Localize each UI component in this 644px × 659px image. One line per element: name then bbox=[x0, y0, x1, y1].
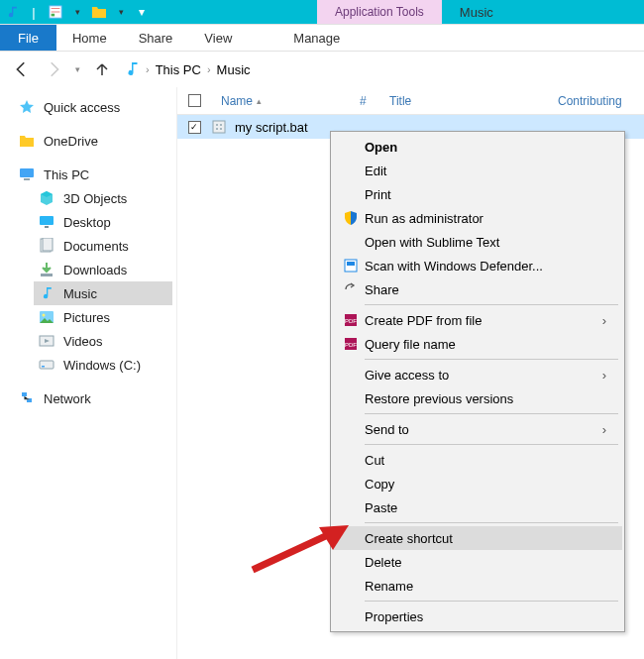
column-headers: Name▴ # Title Contributing bbox=[177, 87, 644, 115]
desktop-icon bbox=[38, 213, 55, 231]
sidebar-item-label: This PC bbox=[44, 167, 89, 182]
ctx-create-pdf[interactable]: PDF Create PDF from file › bbox=[333, 308, 622, 332]
quick-access-toolbar: | ▾ ▾ ▾ bbox=[0, 4, 149, 20]
ctx-copy[interactable]: Copy bbox=[333, 472, 622, 495]
ctx-rename[interactable]: Rename bbox=[333, 574, 622, 598]
share-icon bbox=[337, 281, 365, 297]
svg-rect-1 bbox=[52, 14, 55, 17]
svg-rect-5 bbox=[45, 226, 49, 228]
up-button[interactable] bbox=[88, 55, 116, 83]
column-name[interactable]: Name▴ bbox=[211, 94, 350, 108]
sidebar-item-desktop[interactable]: Desktop bbox=[34, 210, 172, 234]
svg-point-17 bbox=[216, 124, 218, 126]
svg-point-18 bbox=[220, 124, 222, 126]
ribbon-toggle-icon[interactable]: ▾ bbox=[135, 5, 145, 19]
sidebar-item-label: Network bbox=[44, 391, 91, 406]
breadcrumb-root[interactable]: This PC bbox=[156, 62, 201, 77]
sidebar-item-pictures[interactable]: Pictures bbox=[34, 305, 172, 329]
breadcrumb-current[interactable]: Music bbox=[217, 62, 251, 77]
sidebar-item-3d-objects[interactable]: 3D Objects bbox=[34, 186, 172, 210]
download-icon bbox=[38, 261, 55, 278]
sidebar-item-label: Pictures bbox=[63, 310, 110, 325]
svg-rect-14 bbox=[22, 392, 27, 396]
ctx-scan-defender[interactable]: Scan with Windows Defender... bbox=[333, 254, 622, 277]
properties-icon[interactable] bbox=[48, 4, 63, 20]
svg-rect-8 bbox=[41, 274, 53, 276]
column-number[interactable]: # bbox=[350, 94, 379, 108]
chevron-right-icon: › bbox=[602, 368, 606, 383]
folder-icon bbox=[18, 132, 36, 150]
sidebar-item-music[interactable]: Music bbox=[34, 281, 172, 305]
svg-rect-3 bbox=[24, 178, 30, 180]
column-title[interactable]: Title bbox=[379, 94, 548, 108]
defender-icon bbox=[337, 258, 365, 274]
ctx-restore[interactable]: Restore previous versions bbox=[333, 386, 622, 410]
recent-locations-icon[interactable]: ▾ bbox=[71, 64, 84, 74]
ctx-query-file[interactable]: PDF Query file name bbox=[333, 332, 622, 356]
svg-rect-4 bbox=[40, 216, 54, 225]
sidebar-item-label: Desktop bbox=[63, 215, 111, 230]
svg-rect-16 bbox=[213, 121, 225, 133]
ctx-properties[interactable]: Properties bbox=[333, 604, 622, 628]
sidebar-item-this-pc[interactable]: This PC bbox=[4, 163, 172, 186]
sidebar-item-quick-access[interactable]: Quick access bbox=[4, 95, 172, 119]
sidebar-item-network[interactable]: Network bbox=[4, 386, 172, 410]
column-contributing[interactable]: Contributing bbox=[548, 94, 632, 108]
drive-icon bbox=[38, 356, 55, 374]
network-icon bbox=[18, 389, 36, 407]
ctx-edit[interactable]: Edit bbox=[333, 159, 622, 182]
chevron-right-icon[interactable]: › bbox=[207, 63, 211, 75]
shield-icon bbox=[337, 210, 365, 226]
sort-asc-icon: ▴ bbox=[257, 96, 262, 106]
separator bbox=[365, 601, 618, 602]
sidebar-item-label: Documents bbox=[63, 239, 129, 254]
qat-chevron-icon[interactable]: ▾ bbox=[113, 4, 129, 20]
music-icon bbox=[124, 61, 140, 77]
ctx-open-sublime[interactable]: Open with Sublime Text bbox=[333, 230, 622, 254]
sidebar-item-windows-c[interactable]: Windows (C:) bbox=[34, 353, 172, 377]
ctx-open[interactable]: Open bbox=[333, 135, 622, 159]
documents-icon bbox=[38, 237, 55, 255]
file-name: my script.bat bbox=[231, 120, 308, 135]
svg-point-10 bbox=[43, 314, 46, 317]
ctx-share[interactable]: Share bbox=[333, 277, 622, 301]
sidebar-item-documents[interactable]: Documents bbox=[34, 234, 172, 258]
select-all-checkbox[interactable] bbox=[188, 94, 201, 107]
music-folder-icon bbox=[4, 4, 20, 20]
row-checkbox[interactable]: ✓ bbox=[188, 121, 201, 134]
ctx-cut[interactable]: Cut bbox=[333, 448, 622, 472]
sidebar-item-onedrive[interactable]: OneDrive bbox=[4, 129, 172, 153]
separator bbox=[365, 304, 618, 305]
sidebar-item-label: Quick access bbox=[44, 100, 120, 115]
ctx-create-shortcut[interactable]: Create shortcut bbox=[333, 526, 622, 550]
svg-rect-12 bbox=[40, 361, 54, 369]
tab-share[interactable]: Share bbox=[123, 25, 189, 51]
tab-view[interactable]: View bbox=[188, 25, 248, 51]
ctx-delete[interactable]: Delete bbox=[333, 550, 622, 574]
separator bbox=[365, 359, 618, 360]
forward-button[interactable] bbox=[40, 55, 67, 83]
ctx-paste[interactable]: Paste bbox=[333, 495, 622, 519]
folder-icon[interactable] bbox=[91, 4, 107, 20]
sidebar-item-label: 3D Objects bbox=[63, 191, 127, 206]
chevron-right-icon[interactable]: › bbox=[146, 63, 150, 75]
sidebar-item-label: Music bbox=[63, 286, 97, 301]
breadcrumb[interactable]: › This PC › Music bbox=[120, 61, 251, 77]
sidebar-item-label: Downloads bbox=[63, 263, 127, 277]
tab-home[interactable]: Home bbox=[56, 25, 123, 51]
svg-rect-13 bbox=[42, 366, 45, 368]
tab-manage[interactable]: Manage bbox=[277, 25, 356, 51]
sidebar-item-label: Videos bbox=[63, 334, 103, 349]
sidebar-item-downloads[interactable]: Downloads bbox=[34, 258, 172, 281]
svg-text:PDF: PDF bbox=[345, 342, 357, 348]
ctx-send-to[interactable]: Send to› bbox=[333, 417, 622, 441]
tab-file[interactable]: File bbox=[0, 25, 56, 51]
ctx-print[interactable]: Print bbox=[333, 182, 622, 206]
qat-separator-icon: | bbox=[26, 4, 42, 20]
back-button[interactable] bbox=[8, 55, 36, 83]
sidebar-item-videos[interactable]: Videos bbox=[34, 329, 172, 353]
ctx-run-as-admin[interactable]: Run as administrator bbox=[333, 206, 622, 230]
ctx-give-access[interactable]: Give access to› bbox=[333, 363, 622, 386]
chevron-right-icon: › bbox=[602, 422, 606, 437]
qat-chevron-icon[interactable]: ▾ bbox=[69, 4, 85, 20]
